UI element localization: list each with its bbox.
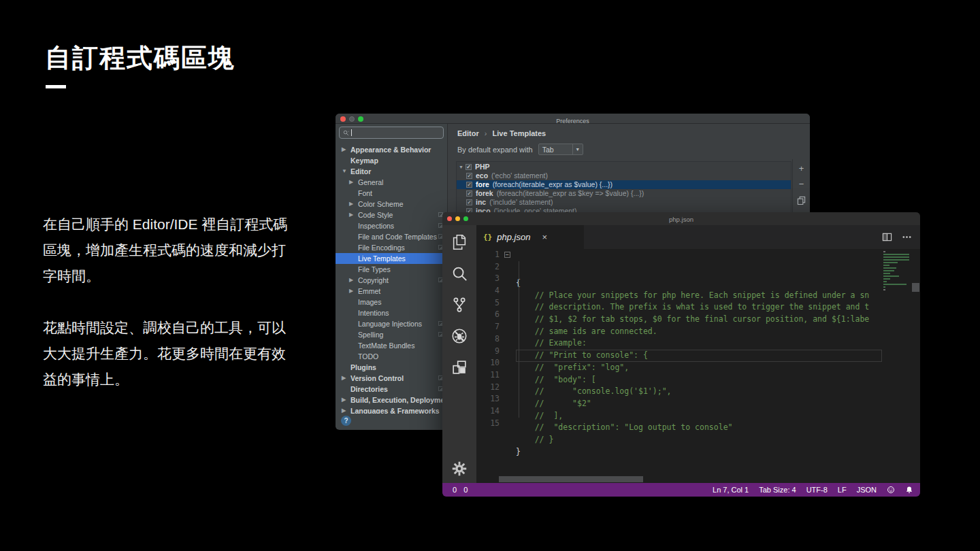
sidebar-item-file-and-code-templates[interactable]: File and Code Templates [336,231,447,242]
minimize-button[interactable] [349,116,355,122]
editor-actions [882,225,912,249]
sidebar-item-plugins[interactable]: Plugins [336,362,447,373]
line-number: 3 [476,273,500,285]
template-row-inc[interactable]: ✓inc('include' statement) [457,198,791,207]
line-number: 9 [476,346,500,358]
sidebar-item-version-control[interactable]: ▶Version Control [336,373,447,384]
minimap[interactable] [882,249,911,476]
sidebar-item-todo[interactable]: TODO [336,351,447,362]
debug-icon[interactable] [451,327,468,345]
sidebar-item-live-templates[interactable]: Live Templates [336,253,447,264]
checkbox[interactable]: ✓ [466,182,472,188]
minimize-button[interactable] [455,216,460,221]
line-number: 10 [476,357,500,369]
expand-with-row: By default expand with Tab ▼ [457,144,583,155]
code-line: // "$2" [516,398,882,410]
template-row-eco[interactable]: ✓eco('echo' statement) [457,171,791,180]
template-group-php[interactable]: ▼✓PHP [457,163,791,171]
extensions-icon[interactable] [451,358,468,376]
duplicate-icon[interactable] [797,196,806,205]
status-item-utf-8[interactable]: UTF-8 [806,486,828,494]
minimap-line [883,254,909,255]
sidebar-item-build-execution-deployment[interactable]: ▶Build, Execution, Deployment [336,395,447,405]
chevron-right-icon: ▶ [342,395,346,405]
zoom-button[interactable] [358,116,363,122]
sidebar-item-keymap[interactable]: Keymap [336,155,447,166]
close-button[interactable] [340,116,346,122]
line-number: 8 [476,333,500,346]
preferences-titlebar[interactable]: Preferences [336,114,810,124]
horizontal-scrollbar[interactable] [476,476,920,483]
fold-marker-icon[interactable]: − [504,252,510,258]
remove-icon[interactable]: − [797,180,806,189]
status-item-ln-7-col-1[interactable]: Ln 7, Col 1 [713,486,749,494]
code-line: // ], [516,410,882,422]
sidebar-item-images[interactable]: Images [336,297,447,307]
sidebar-item-emmet[interactable]: ▶Emmet [336,286,447,297]
sidebar-item-inspections[interactable]: Inspections [336,220,447,231]
scrollbar-thumb[interactable] [912,283,919,292]
sidebar-item-intentions[interactable]: Intentions [336,307,447,318]
sidebar-item-color-scheme[interactable]: ▶Color Scheme [336,199,447,210]
more-actions-icon[interactable] [902,232,912,242]
tab-php-json[interactable]: {} php.json × [476,225,584,249]
minimap-line [883,259,909,261]
sidebar-item-language-injections[interactable]: Language Injections [336,318,447,329]
checkbox[interactable]: ✓ [466,164,472,170]
sidebar-item-label: Emmet [358,287,380,295]
sidebar-item-font[interactable]: Font [336,188,447,199]
explorer-icon[interactable] [451,233,468,251]
sidebar-item-label: TODO [358,352,378,361]
status-item-lf[interactable]: LF [838,486,847,494]
line-number: 1− [476,249,500,261]
scrollbar-thumb[interactable] [499,476,643,482]
sidebar-item-file-encodings[interactable]: File Encodings [336,242,447,253]
status-item-json[interactable]: JSON [857,486,877,494]
code-area[interactable]: { // Place your snippets for php here. E… [516,249,882,476]
sidebar-item-spelling[interactable]: Spelling [336,329,447,340]
sidebar-item-general[interactable]: ▶General [336,177,447,188]
vertical-scrollbar[interactable] [911,249,920,476]
code-line: // $1, $2 for tab stops, $0 for the fina… [516,314,882,326]
settings-gear-icon[interactable] [451,460,468,478]
sidebar-item-languages-frameworks[interactable]: ▶Languages & Frameworks [336,405,447,414]
code-line: } [516,446,882,458]
checkbox[interactable]: ✓ [466,199,472,205]
sidebar-item-label: Code Style [358,211,393,219]
status-item-tab-size-4[interactable]: Tab Size: 4 [759,486,796,494]
search-icon[interactable] [451,265,468,282]
template-row-forek[interactable]: ✓forek(foreach(iterable_expr as $key => … [457,189,791,198]
sidebar-item-textmate-bundles[interactable]: TextMate Bundles [336,340,447,351]
smiley-icon[interactable] [887,486,895,494]
source-control-icon[interactable] [451,296,468,314]
window-title: php.json [669,216,693,223]
close-icon[interactable]: × [542,232,547,242]
sidebar-item-label: Inspections [358,222,394,230]
editor[interactable]: 1−23456789101112131415 { // Place your s… [476,249,920,476]
add-icon[interactable]: + [797,165,806,173]
sidebar-item-file-types[interactable]: File Types [336,264,447,275]
zoom-button[interactable] [463,216,468,221]
close-button[interactable] [447,216,452,221]
sidebar-item-code-style[interactable]: ▶Code Style [336,210,447,220]
vscode-titlebar[interactable]: php.json [442,212,920,225]
slide: 自訂程式碼區塊 在自己順手的 Editor/IDE 裡自訂程式碼區塊，增加產生程… [0,0,980,551]
sidebar-item-copyright[interactable]: ▶Copyright [336,275,447,286]
line-number: 5 [476,297,500,310]
sidebar-item-directories[interactable]: Directories [336,384,447,395]
problems-status[interactable]: 0 0 [449,486,468,494]
bell-icon[interactable] [905,486,913,494]
breadcrumb-section[interactable]: Editor [457,129,479,137]
split-editor-icon[interactable] [882,232,892,242]
help-button[interactable]: ? [341,416,351,426]
template-row-fore[interactable]: ✓fore(foreach(iterable_expr as $value) {… [457,180,791,189]
checkbox[interactable]: ✓ [466,173,472,179]
sidebar-item-label: Languages & Frameworks [350,407,440,414]
checkbox[interactable]: ✓ [466,190,472,197]
sidebar-item-appearance-behavior[interactable]: ▶Appearance & Behavior [336,144,447,155]
settings-search-input[interactable] [339,127,444,139]
sidebar-item-editor[interactable]: ▼Editor [336,166,447,177]
expand-with-select[interactable]: Tab ▼ [538,144,583,155]
warning-count: 0 [463,486,468,494]
template-abbreviation: forek [476,189,493,198]
